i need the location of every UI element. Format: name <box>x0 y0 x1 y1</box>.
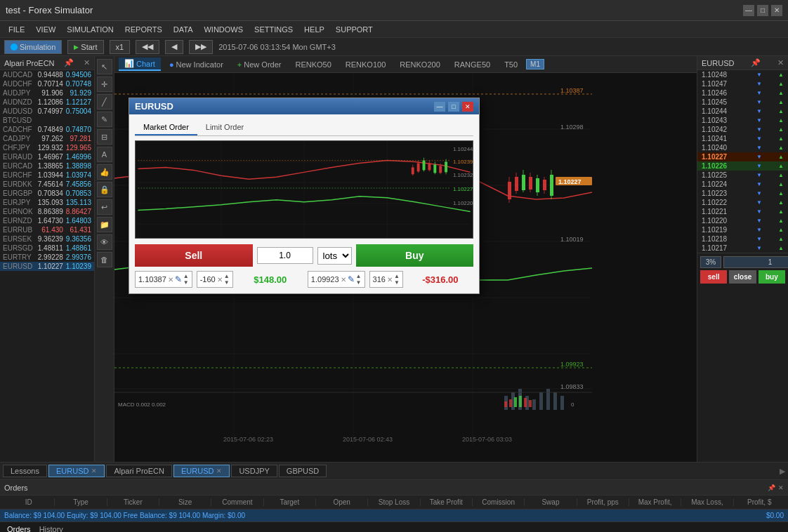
lot-type-select[interactable]: lots <box>317 247 352 265</box>
qt-pct-input[interactable] <box>700 256 721 268</box>
close-right-icon[interactable]: ✕ <box>777 58 784 67</box>
buy-button[interactable]: Buy <box>356 244 474 267</box>
list-item[interactable]: EURNOK8.863898.86427 <box>0 207 94 216</box>
list-item[interactable]: AUDUSD0.749970.75004 <box>0 107 94 116</box>
timeframe-m1[interactable]: M1 <box>526 59 544 69</box>
pin-icon[interactable]: 📌 <box>64 58 74 67</box>
qt-buy-button[interactable]: buy <box>759 270 785 284</box>
tab-lessons[interactable]: Lessons <box>3 465 47 477</box>
list-item[interactable]: EURRUB61.43061.431 <box>0 225 94 234</box>
eurusd2-close[interactable]: ✕ <box>216 467 222 474</box>
list-item[interactable]: EURSGD1.488111.48861 <box>0 244 94 253</box>
maximize-button[interactable]: □ <box>757 5 768 16</box>
list-item[interactable]: EURAUD1.469671.46996 <box>0 152 94 161</box>
speed-button[interactable]: x1 <box>110 40 131 54</box>
buy-pips-up[interactable]: ▲ <box>394 273 400 279</box>
list-item[interactable]: EURCAD1.388651.38898 <box>0 161 94 171</box>
tab-renko200[interactable]: RENKO200 <box>394 59 445 70</box>
list-item[interactable]: CADJPY97.26297.281 <box>0 134 94 143</box>
buy-price-up[interactable]: ▲ <box>356 273 362 279</box>
qt-num-input[interactable] <box>723 256 788 268</box>
tab-eurusd[interactable]: EURUSD ✕ <box>48 465 105 477</box>
tab-eurusd2[interactable]: EURUSD ✕ <box>173 465 230 477</box>
channel-tool[interactable]: ⊟ <box>97 129 112 145</box>
menu-simulation[interactable]: SIMULATION <box>61 24 119 35</box>
scroll-right-icon[interactable]: ▶ <box>780 467 785 476</box>
sell-pips-clear[interactable]: ✕ <box>217 276 223 284</box>
list-item[interactable]: AUDCAD0.944880.94506 <box>0 70 94 79</box>
menu-windows[interactable]: WINDOWS <box>198 24 249 35</box>
minimize-button[interactable]: — <box>743 5 754 16</box>
orders-tab[interactable]: Orders <box>4 524 34 532</box>
sell-price-up[interactable]: ▲ <box>183 273 189 279</box>
tab-alpari[interactable]: Alpari ProECN <box>106 465 172 477</box>
tab-new-indicator[interactable]: ● New Indicator <box>164 59 229 70</box>
simulation-button[interactable]: Simulation <box>4 40 62 54</box>
buy-price-edit[interactable]: ✎ <box>348 274 355 284</box>
tab-market-order[interactable]: Market Order <box>135 120 197 135</box>
undo-tool[interactable]: ↩ <box>97 199 112 215</box>
list-item[interactable]: EURSEK9.362399.36356 <box>0 234 94 244</box>
pin-orders-icon[interactable]: 📌 <box>768 484 775 491</box>
menu-settings[interactable]: SETTINGS <box>249 24 298 35</box>
menu-help[interactable]: HELP <box>298 24 330 35</box>
buy-pips-down[interactable]: ▼ <box>394 279 400 286</box>
eurusd-tab-close[interactable]: ✕ <box>91 467 97 474</box>
list-item[interactable]: CHFJPY129.932129.965 <box>0 143 94 152</box>
list-item[interactable]: AUDCHF0.707140.70748 <box>0 79 94 88</box>
menu-view[interactable]: VIEW <box>30 24 61 35</box>
arrow-tool[interactable]: ↖ <box>97 59 112 74</box>
list-item[interactable]: EURGBP0.708340.70853 <box>0 189 94 198</box>
eye-tool[interactable]: 👁 <box>97 234 112 250</box>
tab-t50[interactable]: T50 <box>499 59 523 70</box>
buy-pips-clear[interactable]: ✕ <box>387 276 393 284</box>
start-button[interactable]: ▶ Start <box>67 40 103 54</box>
dialog-minimize[interactable]: — <box>434 102 445 112</box>
prev-fast-button[interactable]: ◀◀ <box>136 40 159 54</box>
menu-file[interactable]: FILE <box>3 24 30 35</box>
sell-price-edit[interactable]: ✎ <box>175 274 182 284</box>
list-item[interactable]: AUDJPY91.90691.929 <box>0 88 94 98</box>
menu-data[interactable]: DATA <box>168 24 199 35</box>
pin-right-icon[interactable]: 📌 <box>751 58 761 67</box>
text-tool[interactable]: A <box>97 147 112 162</box>
dialog-maximize[interactable]: □ <box>448 102 459 112</box>
tab-chart[interactable]: 📊 Chart <box>119 58 161 71</box>
list-item[interactable]: EURTRY2.992282.99376 <box>0 253 94 262</box>
sell-button[interactable]: Sell <box>135 244 253 267</box>
tab-gbpusd[interactable]: GBPUSD <box>279 465 327 477</box>
magnet-tool[interactable]: 🔒 <box>97 182 112 197</box>
sell-pips-down[interactable]: ▼ <box>224 279 230 286</box>
list-item[interactable]: AUDNZD1.120861.12127 <box>0 98 94 107</box>
qt-close-button[interactable]: close <box>729 270 756 284</box>
tab-limit-order[interactable]: Limit Order <box>197 120 252 135</box>
tab-renko50[interactable]: RENKO50 <box>289 59 336 70</box>
buy-price-clear[interactable]: ✕ <box>341 276 346 284</box>
close-button[interactable]: ✕ <box>771 5 782 16</box>
list-item[interactable]: BTCUSD <box>0 116 94 125</box>
sell-pips-up[interactable]: ▲ <box>224 273 230 279</box>
list-item[interactable]: EURUSD1.102271.10239 <box>0 262 94 271</box>
close-panel-icon[interactable]: ✕ <box>84 58 90 67</box>
prev-button[interactable]: ◀ <box>165 40 183 54</box>
crosshair-tool[interactable]: ✛ <box>97 77 112 92</box>
folder-tool[interactable]: 📁 <box>97 217 112 232</box>
list-item[interactable]: EURDKK7.456147.45856 <box>0 180 94 189</box>
tab-renko100[interactable]: RENKO100 <box>340 59 391 70</box>
buy-price-down[interactable]: ▼ <box>356 279 362 286</box>
list-item[interactable]: EURNZD1.647301.64803 <box>0 216 94 225</box>
qt-sell-button[interactable]: sell <box>700 270 727 284</box>
sell-price-down[interactable]: ▼ <box>183 279 189 286</box>
tab-range50[interactable]: RANGE50 <box>449 59 496 70</box>
tab-usdjpy[interactable]: USDJPY <box>231 465 277 477</box>
history-tab[interactable]: History <box>37 524 66 532</box>
menu-support[interactable]: SUPPORT <box>330 24 379 35</box>
line-tool[interactable]: ╱ <box>97 94 112 109</box>
pen-tool[interactable]: ✎ <box>97 112 112 127</box>
menu-reports[interactable]: REPORTS <box>119 24 168 35</box>
like-tool[interactable]: 👍 <box>97 164 112 180</box>
list-item[interactable]: EURCHF1.039441.03974 <box>0 171 94 180</box>
list-item[interactable]: EURJPY135.093135.113 <box>0 198 94 207</box>
lot-input[interactable] <box>257 247 313 264</box>
list-item[interactable]: CADCHF0.748490.74870 <box>0 125 94 134</box>
